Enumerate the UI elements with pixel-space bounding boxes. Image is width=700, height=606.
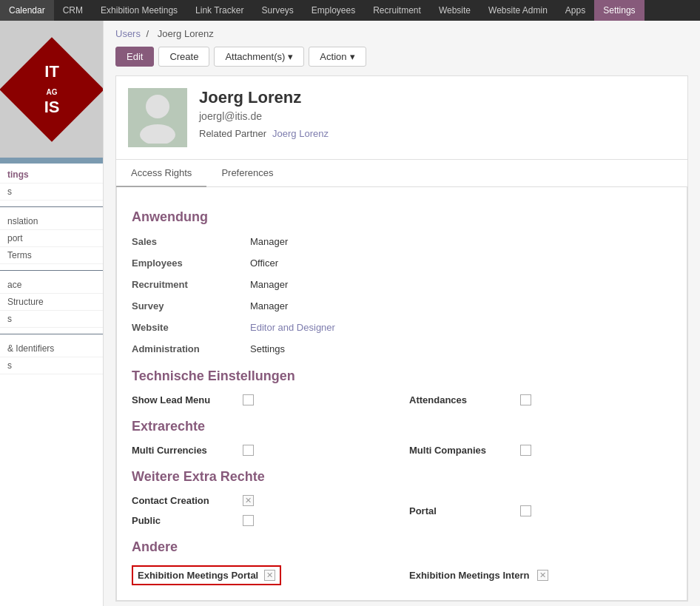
check-label-portal: Portal [409, 505, 513, 516]
check-row-exhibition-portal: Exhibition Meetings Portal ✕ [132, 562, 394, 588]
field-value-recruitment: Manager [250, 275, 398, 294]
edit-button[interactable]: Edit [115, 47, 154, 67]
nav-website-admin[interactable]: Website Admin [479, 0, 556, 21]
nav-exhibition-meetings[interactable]: Exhibition Meetings [92, 0, 186, 21]
toolbar: Edit Create Attachment(s) ▾ Action ▾ [115, 47, 688, 67]
field-label-sales: Sales [132, 232, 250, 251]
tab-preferences[interactable]: Preferences [206, 160, 288, 187]
sidebar-item-s3[interactable]: s [0, 357, 103, 374]
nav-employees[interactable]: Employees [303, 0, 364, 21]
extrarechte-title: Extrarechte [132, 419, 672, 434]
user-info: Joerg Lorenz joergl@itis.de Related Part… [199, 88, 329, 139]
extra-fields: Multi Currencies Multi Companies [132, 442, 672, 459]
avatar [128, 88, 187, 147]
check-row-contact-creation: Contact Creation ✕ [132, 492, 394, 509]
field-label-website: Website [132, 318, 250, 337]
field-label-administration: Administration [132, 340, 250, 358]
nav-link-tracker[interactable]: Link Tracker [186, 0, 252, 21]
field-label-survey: Survey [132, 297, 250, 315]
create-button[interactable]: Create [158, 47, 209, 67]
field-label-recruitment: Recruitment [132, 275, 250, 294]
checkbox-show-lead-menu[interactable] [243, 394, 254, 405]
check-row-multi-companies: Multi Companies [409, 442, 672, 459]
check-label-public: Public [132, 515, 235, 526]
sidebar-item-structure[interactable]: Structure [0, 294, 103, 311]
check-row-portal: Portal [409, 502, 672, 519]
breadcrumb-current: Joerg Lorenz [158, 28, 214, 39]
check-row-multi-currencies: Multi Currencies [132, 442, 394, 459]
related-partner-label: Related Partner [199, 128, 266, 139]
check-label-attendances: Attendances [409, 394, 513, 405]
check-row-exhibition-intern: Exhibition Meetings Intern ✕ [409, 567, 672, 584]
user-email: joergl@itis.de [199, 110, 329, 122]
checkbox-attendances[interactable] [520, 394, 531, 405]
action-dropdown-arrow-icon: ▾ [350, 51, 355, 62]
checkbox-portal[interactable] [520, 505, 531, 516]
check-label-exhibition-meetings-portal: Exhibition Meetings Portal [138, 570, 258, 581]
check-label-exhibition-meetings-intern: Exhibition Meetings Intern [409, 570, 530, 581]
check-row-show-lead-menu: Show Lead Menu [132, 391, 394, 408]
attachments-button[interactable]: Attachment(s) ▾ [214, 47, 304, 67]
check-row-public: Public [132, 512, 394, 529]
technische-title: Technische Einstellungen [132, 368, 672, 384]
field-value-sales: Manager [250, 232, 398, 251]
checkbox-exhibition-meetings-portal[interactable]: ✕ [264, 570, 275, 581]
nav-recruitment[interactable]: Recruitment [364, 0, 430, 21]
svg-point-0 [146, 95, 169, 118]
andere-fields: Exhibition Meetings Portal ✕ Exhibition … [132, 562, 672, 588]
sidebar-item-tings[interactable]: tings [0, 166, 103, 184]
top-nav: Calendar CRM Exhibition Meetings Link Tr… [0, 0, 700, 21]
avatar-silhouette [135, 92, 180, 144]
nav-settings[interactable]: Settings [594, 0, 644, 21]
check-label-multi-currencies: Multi Currencies [132, 445, 235, 456]
user-card-header: Joerg Lorenz joergl@itis.de Related Part… [116, 76, 687, 160]
sidebar-item-s2[interactable]: s [0, 311, 103, 328]
sidebar-item-port[interactable]: port [0, 230, 103, 247]
anwendung-fields: Sales Manager Employees Officer Recruitm… [132, 232, 672, 358]
weitere-fields: Contact Creation ✕ Public Portal [132, 492, 672, 529]
related-partner-row: Related Partner Joerg Lorenz [199, 128, 329, 139]
company-logo: ITAGIS [0, 21, 103, 158]
related-partner-link[interactable]: Joerg Lorenz [272, 128, 329, 139]
tab-access-rights[interactable]: Access Rights [116, 160, 206, 187]
sidebar-item-ace[interactable]: ace [0, 277, 103, 294]
sidebar: ITAGIS tings s nslation port Terms ace S… [0, 21, 104, 606]
exhibition-portal-highlight: Exhibition Meetings Portal ✕ [132, 565, 281, 585]
checkbox-exhibition-meetings-intern[interactable]: ✕ [537, 570, 548, 581]
checkbox-contact-creation[interactable]: ✕ [243, 495, 254, 506]
field-label-employees: Employees [132, 254, 250, 272]
checkbox-multi-currencies[interactable] [243, 445, 254, 456]
checkbox-public[interactable] [243, 515, 254, 526]
nav-crm[interactable]: CRM [54, 0, 92, 21]
check-row-attendances: Attendances [409, 391, 672, 408]
sidebar-item-s1[interactable]: s [0, 184, 103, 201]
nav-website[interactable]: Website [430, 0, 479, 21]
check-label-multi-companies: Multi Companies [409, 445, 513, 456]
action-button[interactable]: Action ▾ [309, 47, 366, 67]
check-label-contact-creation: Contact Creation [132, 495, 235, 506]
dropdown-arrow-icon: ▾ [288, 51, 293, 62]
check-label-show-lead-menu: Show Lead Menu [132, 394, 235, 405]
anwendung-title: Anwendung [132, 209, 672, 225]
weitere-title: Weitere Extra Rechte [132, 469, 672, 485]
tab-content-access-rights: Anwendung Sales Manager Employees Office… [116, 187, 687, 601]
breadcrumb-parent[interactable]: Users [115, 28, 141, 39]
breadcrumb: Users / Joerg Lorenz [115, 28, 688, 39]
nav-surveys[interactable]: Surveys [252, 0, 302, 21]
field-value-survey: Manager [250, 297, 398, 315]
checkbox-multi-companies[interactable] [520, 445, 531, 456]
svg-point-1 [140, 124, 175, 144]
nav-apps[interactable]: Apps [556, 0, 594, 21]
sidebar-item-identifiers[interactable]: & Identifiers [0, 340, 103, 357]
field-value-administration: Settings [250, 340, 398, 358]
field-value-employees: Officer [250, 254, 398, 272]
nav-calendar[interactable]: Calendar [0, 0, 54, 21]
sidebar-item-terms[interactable]: Terms [0, 247, 103, 264]
user-card: Joerg Lorenz joergl@itis.de Related Part… [115, 75, 688, 602]
tabs: Access Rights Preferences [116, 160, 687, 187]
sidebar-item-nslation[interactable]: nslation [0, 213, 103, 230]
field-value-website: Editor and Designer [250, 318, 398, 337]
user-name: Joerg Lorenz [199, 88, 329, 107]
andere-title: Andere [132, 539, 672, 555]
main-content: Users / Joerg Lorenz Edit Create Attachm… [104, 21, 700, 606]
